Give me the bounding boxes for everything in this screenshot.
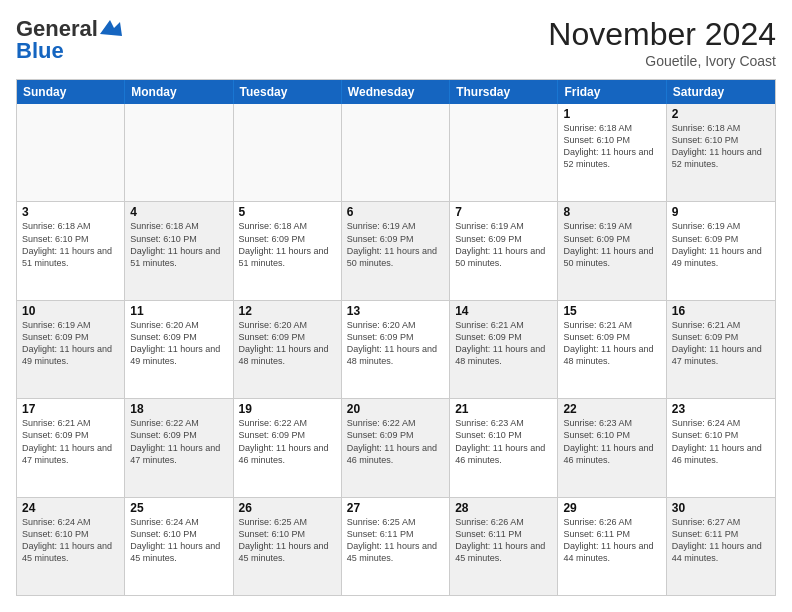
day-number: 19 [239, 402, 336, 416]
day-cell-7: 7Sunrise: 6:19 AM Sunset: 6:09 PM Daylig… [450, 202, 558, 299]
empty-cell [342, 104, 450, 201]
day-number: 20 [347, 402, 444, 416]
weekday-header-monday: Monday [125, 80, 233, 104]
day-info: Sunrise: 6:20 AM Sunset: 6:09 PM Dayligh… [239, 319, 336, 368]
day-cell-5: 5Sunrise: 6:18 AM Sunset: 6:09 PM Daylig… [234, 202, 342, 299]
day-cell-6: 6Sunrise: 6:19 AM Sunset: 6:09 PM Daylig… [342, 202, 450, 299]
day-cell-30: 30Sunrise: 6:27 AM Sunset: 6:11 PM Dayli… [667, 498, 775, 595]
day-number: 18 [130, 402, 227, 416]
day-cell-8: 8Sunrise: 6:19 AM Sunset: 6:09 PM Daylig… [558, 202, 666, 299]
logo: General Blue [16, 16, 122, 64]
day-cell-13: 13Sunrise: 6:20 AM Sunset: 6:09 PM Dayli… [342, 301, 450, 398]
day-number: 2 [672, 107, 770, 121]
weekday-header-tuesday: Tuesday [234, 80, 342, 104]
calendar-row-3: 17Sunrise: 6:21 AM Sunset: 6:09 PM Dayli… [17, 398, 775, 496]
day-number: 9 [672, 205, 770, 219]
day-info: Sunrise: 6:23 AM Sunset: 6:10 PM Dayligh… [563, 417, 660, 466]
day-number: 6 [347, 205, 444, 219]
empty-cell [125, 104, 233, 201]
day-info: Sunrise: 6:20 AM Sunset: 6:09 PM Dayligh… [130, 319, 227, 368]
day-cell-17: 17Sunrise: 6:21 AM Sunset: 6:09 PM Dayli… [17, 399, 125, 496]
day-cell-26: 26Sunrise: 6:25 AM Sunset: 6:10 PM Dayli… [234, 498, 342, 595]
day-number: 13 [347, 304, 444, 318]
header: General Blue November 2024 Gouetile, Ivo… [16, 16, 776, 69]
day-cell-18: 18Sunrise: 6:22 AM Sunset: 6:09 PM Dayli… [125, 399, 233, 496]
day-number: 8 [563, 205, 660, 219]
logo-bird-icon [100, 20, 122, 36]
day-cell-4: 4Sunrise: 6:18 AM Sunset: 6:10 PM Daylig… [125, 202, 233, 299]
day-cell-15: 15Sunrise: 6:21 AM Sunset: 6:09 PM Dayli… [558, 301, 666, 398]
day-cell-1: 1Sunrise: 6:18 AM Sunset: 6:10 PM Daylig… [558, 104, 666, 201]
calendar-header: SundayMondayTuesdayWednesdayThursdayFrid… [17, 80, 775, 104]
day-info: Sunrise: 6:24 AM Sunset: 6:10 PM Dayligh… [130, 516, 227, 565]
empty-cell [17, 104, 125, 201]
logo-blue: Blue [16, 38, 64, 64]
empty-cell [450, 104, 558, 201]
day-cell-3: 3Sunrise: 6:18 AM Sunset: 6:10 PM Daylig… [17, 202, 125, 299]
day-info: Sunrise: 6:24 AM Sunset: 6:10 PM Dayligh… [672, 417, 770, 466]
day-info: Sunrise: 6:26 AM Sunset: 6:11 PM Dayligh… [563, 516, 660, 565]
day-info: Sunrise: 6:18 AM Sunset: 6:10 PM Dayligh… [563, 122, 660, 171]
day-cell-23: 23Sunrise: 6:24 AM Sunset: 6:10 PM Dayli… [667, 399, 775, 496]
day-info: Sunrise: 6:27 AM Sunset: 6:11 PM Dayligh… [672, 516, 770, 565]
day-info: Sunrise: 6:21 AM Sunset: 6:09 PM Dayligh… [563, 319, 660, 368]
svg-marker-0 [100, 20, 122, 36]
day-number: 25 [130, 501, 227, 515]
day-info: Sunrise: 6:23 AM Sunset: 6:10 PM Dayligh… [455, 417, 552, 466]
calendar-row-0: 1Sunrise: 6:18 AM Sunset: 6:10 PM Daylig… [17, 104, 775, 201]
calendar-row-2: 10Sunrise: 6:19 AM Sunset: 6:09 PM Dayli… [17, 300, 775, 398]
day-info: Sunrise: 6:21 AM Sunset: 6:09 PM Dayligh… [672, 319, 770, 368]
title-block: November 2024 Gouetile, Ivory Coast [548, 16, 776, 69]
day-number: 24 [22, 501, 119, 515]
day-number: 10 [22, 304, 119, 318]
day-info: Sunrise: 6:19 AM Sunset: 6:09 PM Dayligh… [347, 220, 444, 269]
day-number: 26 [239, 501, 336, 515]
day-number: 5 [239, 205, 336, 219]
day-number: 29 [563, 501, 660, 515]
empty-cell [234, 104, 342, 201]
day-info: Sunrise: 6:18 AM Sunset: 6:10 PM Dayligh… [130, 220, 227, 269]
day-info: Sunrise: 6:22 AM Sunset: 6:09 PM Dayligh… [347, 417, 444, 466]
day-cell-12: 12Sunrise: 6:20 AM Sunset: 6:09 PM Dayli… [234, 301, 342, 398]
day-cell-16: 16Sunrise: 6:21 AM Sunset: 6:09 PM Dayli… [667, 301, 775, 398]
day-cell-19: 19Sunrise: 6:22 AM Sunset: 6:09 PM Dayli… [234, 399, 342, 496]
day-cell-22: 22Sunrise: 6:23 AM Sunset: 6:10 PM Dayli… [558, 399, 666, 496]
day-number: 4 [130, 205, 227, 219]
day-info: Sunrise: 6:22 AM Sunset: 6:09 PM Dayligh… [130, 417, 227, 466]
day-info: Sunrise: 6:25 AM Sunset: 6:10 PM Dayligh… [239, 516, 336, 565]
day-number: 30 [672, 501, 770, 515]
day-number: 14 [455, 304, 552, 318]
day-info: Sunrise: 6:18 AM Sunset: 6:10 PM Dayligh… [672, 122, 770, 171]
weekday-header-friday: Friday [558, 80, 666, 104]
page: General Blue November 2024 Gouetile, Ivo… [0, 0, 792, 612]
day-number: 16 [672, 304, 770, 318]
day-info: Sunrise: 6:25 AM Sunset: 6:11 PM Dayligh… [347, 516, 444, 565]
day-number: 17 [22, 402, 119, 416]
day-info: Sunrise: 6:24 AM Sunset: 6:10 PM Dayligh… [22, 516, 119, 565]
day-cell-24: 24Sunrise: 6:24 AM Sunset: 6:10 PM Dayli… [17, 498, 125, 595]
day-cell-25: 25Sunrise: 6:24 AM Sunset: 6:10 PM Dayli… [125, 498, 233, 595]
day-number: 11 [130, 304, 227, 318]
day-number: 27 [347, 501, 444, 515]
day-number: 7 [455, 205, 552, 219]
weekday-header-saturday: Saturday [667, 80, 775, 104]
calendar: SundayMondayTuesdayWednesdayThursdayFrid… [16, 79, 776, 596]
day-number: 1 [563, 107, 660, 121]
day-info: Sunrise: 6:22 AM Sunset: 6:09 PM Dayligh… [239, 417, 336, 466]
calendar-row-4: 24Sunrise: 6:24 AM Sunset: 6:10 PM Dayli… [17, 497, 775, 595]
day-number: 15 [563, 304, 660, 318]
day-number: 3 [22, 205, 119, 219]
day-info: Sunrise: 6:19 AM Sunset: 6:09 PM Dayligh… [672, 220, 770, 269]
day-info: Sunrise: 6:19 AM Sunset: 6:09 PM Dayligh… [455, 220, 552, 269]
day-info: Sunrise: 6:21 AM Sunset: 6:09 PM Dayligh… [455, 319, 552, 368]
day-number: 12 [239, 304, 336, 318]
day-cell-10: 10Sunrise: 6:19 AM Sunset: 6:09 PM Dayli… [17, 301, 125, 398]
day-info: Sunrise: 6:21 AM Sunset: 6:09 PM Dayligh… [22, 417, 119, 466]
day-cell-9: 9Sunrise: 6:19 AM Sunset: 6:09 PM Daylig… [667, 202, 775, 299]
day-info: Sunrise: 6:19 AM Sunset: 6:09 PM Dayligh… [22, 319, 119, 368]
day-cell-27: 27Sunrise: 6:25 AM Sunset: 6:11 PM Dayli… [342, 498, 450, 595]
day-info: Sunrise: 6:19 AM Sunset: 6:09 PM Dayligh… [563, 220, 660, 269]
location: Gouetile, Ivory Coast [548, 53, 776, 69]
day-cell-28: 28Sunrise: 6:26 AM Sunset: 6:11 PM Dayli… [450, 498, 558, 595]
calendar-row-1: 3Sunrise: 6:18 AM Sunset: 6:10 PM Daylig… [17, 201, 775, 299]
